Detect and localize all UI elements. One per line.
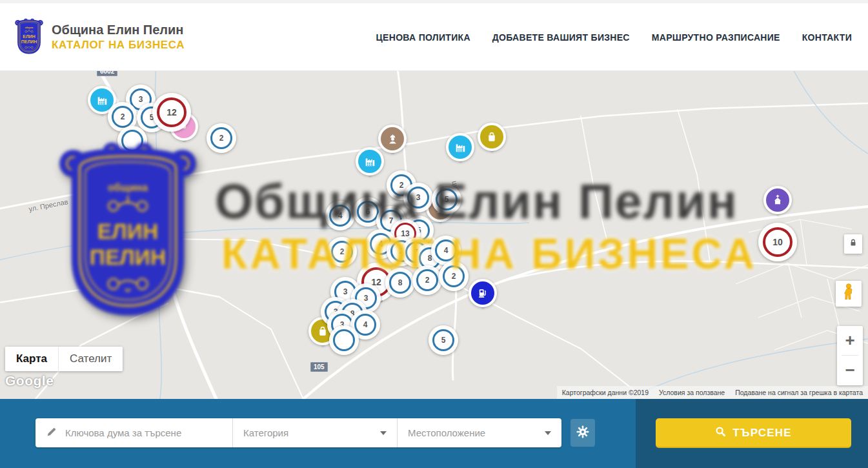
- cluster-count: 4: [435, 239, 457, 261]
- cluster-count: 8: [389, 272, 411, 294]
- zoom-in-button[interactable]: +: [837, 326, 863, 355]
- marker-cluster[interactable]: 12: [152, 93, 191, 132]
- advanced-options-button[interactable]: [570, 419, 595, 447]
- road-number-badge: 6002: [97, 71, 117, 76]
- marker-cluster[interactable]: [117, 126, 147, 156]
- location-select-value: Местоположение: [408, 427, 485, 438]
- site-header: община ЕЛИН ПЕЛИН Община Елин Пелин КАТА…: [0, 0, 868, 71]
- attribution-link[interactable]: Условия за ползване: [659, 389, 725, 396]
- cluster-count: 2: [416, 269, 438, 291]
- chevron-down-icon: [380, 431, 387, 435]
- cluster-count: 2: [443, 265, 465, 287]
- keyword-search-input[interactable]: [64, 427, 222, 439]
- search-button-label: ТЪРСЕНЕ: [732, 427, 792, 440]
- page: община ЕЛИН ПЕЛИН Община Елин Пелин КАТА…: [0, 0, 868, 468]
- search-icon: [715, 426, 726, 440]
- factory-pin[interactable]: [356, 147, 384, 183]
- logo-title: Община Елин Пелин: [52, 22, 185, 38]
- maptype-map-button[interactable]: Карта: [5, 347, 58, 371]
- zoom-control: + −: [837, 326, 863, 385]
- maptype-satellite-button[interactable]: Сателит: [58, 347, 123, 371]
- category-select[interactable]: Категория: [232, 418, 397, 447]
- nav-item-add-business[interactable]: ДОБАВЕТЕ ВАШИЯТ БИЗНЕС: [492, 32, 630, 43]
- nav-item-transport-schedule[interactable]: МАРШРУТНО РАЗПИСАНИЕ: [652, 32, 780, 43]
- location-select[interactable]: Местоположение: [397, 418, 561, 447]
- cluster-count: 3: [407, 187, 429, 209]
- nav-item-pricing[interactable]: ЦЕНОВА ПОЛИТИКА: [376, 32, 470, 43]
- svg-text:община: община: [25, 26, 34, 29]
- marker-cluster[interactable]: 2: [439, 261, 469, 291]
- logo-subtitle: КАТАЛОГ НА БИЗНЕСА: [52, 38, 185, 52]
- marker-cluster[interactable]: 2: [327, 237, 357, 267]
- lock-icon: [848, 238, 858, 250]
- svg-text:ЕЛИН: ЕЛИН: [23, 34, 35, 39]
- nav-item-contacts[interactable]: КОНТАКТИ: [802, 32, 852, 43]
- cluster-count: 2: [331, 241, 353, 263]
- factory-pin-icon: [446, 133, 474, 161]
- cluster-count: 4: [354, 314, 376, 336]
- road-number-badge: 105: [310, 362, 328, 372]
- map-attribution: Картографски данни ©2019Условия за ползв…: [557, 386, 868, 399]
- cluster-count: 5: [432, 329, 454, 351]
- factory-pin-icon: [356, 147, 384, 176]
- cluster-count: 4: [329, 205, 351, 227]
- church-pin[interactable]: [763, 186, 792, 222]
- bag-pin-icon: [478, 123, 506, 151]
- zoom-out-button[interactable]: −: [837, 356, 863, 385]
- cluster-count: 12: [157, 97, 187, 127]
- site-logo[interactable]: община ЕЛИН ПЕЛИН Община Елин Пелин КАТА…: [14, 17, 185, 56]
- marker-cluster[interactable]: 2: [412, 265, 442, 295]
- chevron-down-icon: [545, 431, 551, 435]
- church-pin-icon: [763, 186, 792, 214]
- cluster-count: 6: [357, 201, 379, 223]
- marker-cluster[interactable]: 5: [432, 185, 461, 214]
- pencil-icon: [46, 426, 57, 440]
- marker-cluster[interactable]: 4: [325, 201, 355, 230]
- attribution-text: Картографски данни ©2019: [562, 389, 649, 396]
- municipality-crest-icon: община ЕЛИН ПЕЛИН: [14, 17, 44, 56]
- marker-cluster[interactable]: 10: [758, 223, 797, 261]
- marker-cluster[interactable]: 3: [403, 183, 433, 212]
- google-logo[interactable]: Google: [5, 373, 54, 389]
- cluster-count: 2: [210, 127, 232, 149]
- gear-icon: [576, 425, 589, 441]
- cluster-count: [333, 329, 355, 351]
- main-nav: ЦЕНОВА ПОЛИТИКАДОБАВЕТЕ ВАШИЯТ БИЗНЕСМАР…: [376, 3, 852, 71]
- fuel-pin[interactable]: [469, 279, 497, 315]
- cluster-count: [121, 130, 143, 152]
- search-fields: Категория Местоположение: [35, 418, 561, 447]
- pegman-icon: [840, 283, 857, 305]
- marker-cluster[interactable]: 8: [385, 268, 415, 298]
- bag-pin[interactable]: [478, 123, 506, 159]
- map-type-control: КартаСателит: [5, 347, 123, 371]
- map-canvas[interactable]: ул. Преславбул. „Новоселци“ 6002105 3251…: [0, 71, 868, 399]
- cluster-count: 10: [763, 227, 792, 257]
- pegman-control[interactable]: [836, 281, 862, 307]
- logo-text: Община Елин Пелин КАТАЛОГ НА БИЗНЕСА: [52, 22, 185, 52]
- fuel-pin-icon: [469, 279, 497, 307]
- svg-text:ПЕЛИН: ПЕЛИН: [21, 39, 37, 44]
- search-button[interactable]: ТЪРСЕНЕ: [656, 418, 851, 448]
- cluster-count: 5: [436, 188, 458, 210]
- search-bar: Категория Местоположение ТЪРСЕНЕ: [0, 399, 868, 468]
- cluster-count: 2: [112, 106, 134, 128]
- factory-pin[interactable]: [446, 133, 474, 169]
- marker-cluster[interactable]: 2: [207, 123, 236, 153]
- category-select-value: Категория: [243, 427, 288, 438]
- keyword-field: [35, 418, 232, 447]
- marker-cluster[interactable]: 4: [431, 236, 461, 265]
- marker-cluster[interactable]: [329, 325, 359, 355]
- marker-cluster[interactable]: 5: [429, 325, 458, 355]
- lock-control[interactable]: [844, 234, 862, 254]
- attribution-link[interactable]: Подаване на сигнал за грешка в картата: [735, 389, 863, 396]
